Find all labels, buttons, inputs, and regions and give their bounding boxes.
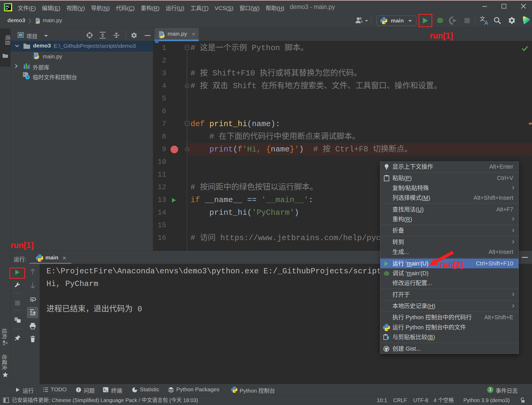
svg-text:A: A	[484, 20, 488, 25]
svg-text:PC: PC	[6, 5, 10, 8]
